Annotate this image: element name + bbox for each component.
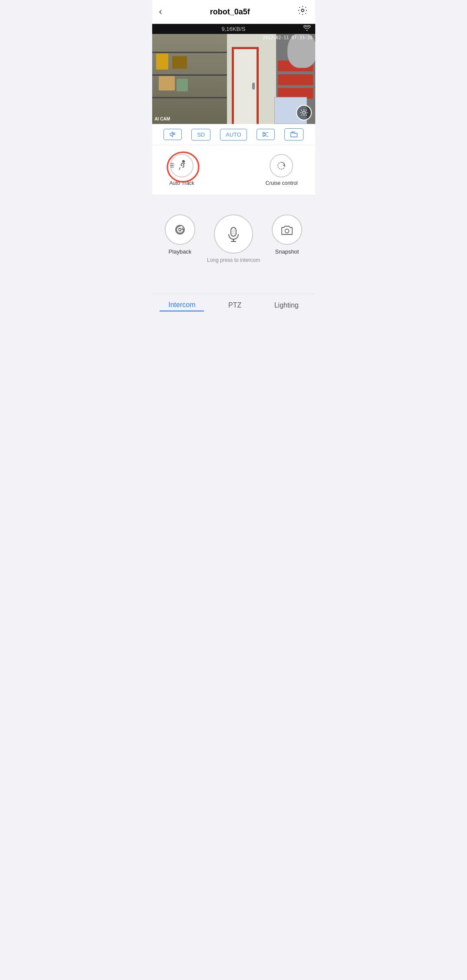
snapshot-label: Snapshot [275, 248, 299, 255]
cut-button[interactable] [257, 129, 275, 140]
bottom-actions: Playback Long press to intercom [152, 206, 315, 268]
auto-button[interactable]: AUTO [220, 129, 247, 140]
light-settings-button[interactable] [296, 105, 312, 120]
auto-track-label: Auto Track [170, 180, 194, 186]
back-button[interactable]: ‹ [159, 6, 162, 17]
tab-intercom[interactable]: Intercom [160, 299, 204, 311]
snapshot-button[interactable]: Snapshot [272, 214, 302, 255]
cruise-control-label: Cruise control [265, 180, 297, 186]
snapshot-circle [272, 214, 302, 245]
svg-point-4 [183, 161, 184, 162]
auto-track-feature[interactable]: Auto Track [170, 154, 194, 186]
camera-speed-bar: 9,16KB/S [152, 24, 315, 34]
svg-point-0 [301, 9, 304, 12]
intercom-col: Long press to intercom [207, 214, 260, 263]
tab-lighting[interactable]: Lighting [266, 300, 307, 311]
tab-intercom-label: Intercom [168, 301, 195, 309]
tab-lighting-label: Lighting [274, 301, 299, 309]
playback-col: Playback [165, 214, 195, 255]
camera-timestamp: 2022-02-11 07:33:35 [263, 35, 312, 40]
settings-button[interactable] [297, 5, 308, 18]
header: ‹ robot_0a5f [152, 0, 315, 24]
page-title: robot_0a5f [210, 7, 250, 17]
sd-button[interactable]: SD [191, 129, 210, 140]
svg-point-9 [285, 229, 289, 233]
feature-grid: Auto Track Cruise control [152, 145, 315, 195]
intercom-button[interactable]: Long press to intercom [207, 214, 260, 263]
tab-ptz[interactable]: PTZ [220, 300, 250, 311]
wifi-icon [303, 25, 311, 33]
playback-label: Playback [169, 248, 192, 255]
snapshot-col: Snapshot [272, 214, 302, 255]
mute-button[interactable] [163, 129, 182, 140]
cruise-control-feature[interactable]: Cruise control [265, 154, 297, 186]
control-bar: SD AUTO [152, 124, 315, 145]
auto-track-icon-wrap [170, 154, 193, 177]
intercom-hint: Long press to intercom [207, 257, 260, 263]
tab-ptz-label: PTZ [228, 301, 241, 309]
ai-cam-label: AI CAM [155, 117, 170, 121]
playback-button[interactable]: Playback [165, 214, 195, 255]
cruise-control-icon-wrap [270, 154, 293, 177]
folder-button[interactable] [284, 128, 304, 140]
speed-label: 9,16KB/S [222, 26, 246, 32]
bottom-tabs: Intercom PTZ Lighting [152, 294, 315, 320]
camera-feed[interactable]: 9,16KB/S [152, 24, 315, 124]
camera-scene [152, 33, 315, 124]
intercom-circle [214, 214, 253, 254]
playback-circle [165, 214, 195, 245]
svg-point-1 [302, 111, 305, 114]
